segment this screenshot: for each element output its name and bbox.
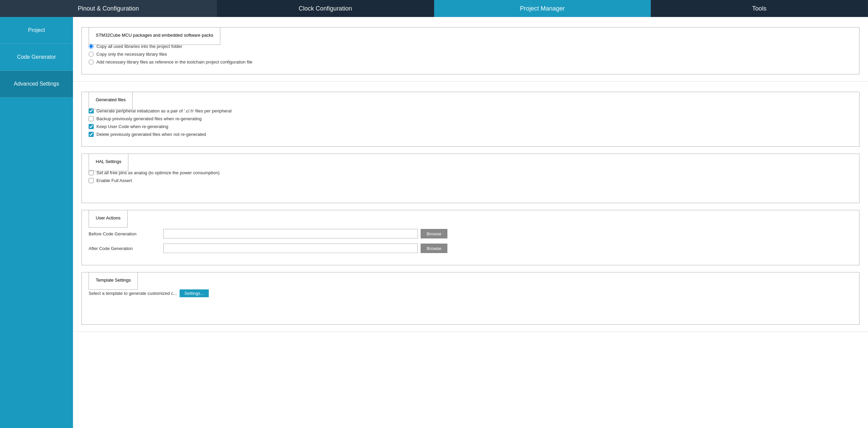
sidebar-item-advanced-settings[interactable]: Advanced Settings [0, 71, 73, 97]
after-code-generation-row: After Code Generation Browse [89, 244, 852, 253]
after-browse-button[interactable]: Browse [421, 244, 447, 253]
user-actions-legend: User Actions [89, 210, 128, 228]
after-code-generation-input[interactable] [163, 244, 418, 253]
check-keep-user-code[interactable] [89, 124, 94, 129]
template-settings-group: Template Settings Select a template to g… [81, 272, 860, 325]
before-code-generation-label: Before Code Generation [89, 231, 163, 236]
hal-settings-group: HAL Settings Set all free pins as analog… [81, 154, 860, 203]
nav-tab-project-manager[interactable]: Project Manager [434, 0, 651, 17]
option-keep-user-code: Keep User Code when re-generating [89, 124, 852, 129]
template-settings-legend: Template Settings [89, 272, 138, 290]
sidebar-item-project[interactable]: Project [0, 17, 73, 44]
template-settings-button[interactable]: Settings... [180, 289, 209, 297]
sidebar-item-code-generator[interactable]: Code Generator [0, 44, 73, 71]
before-code-generation-input[interactable] [163, 229, 418, 238]
option-backup-generated: Backup previously generated files when r… [89, 116, 852, 121]
option-enable-full-assert: Enable Full Assert [89, 178, 852, 183]
code-generator-section: Generated files Generate peripheral init… [73, 82, 868, 332]
content-area: STM32Cube MCU packages and embedded soft… [73, 17, 868, 428]
option-set-free-pins: Set all free pins as analog (to optimize… [89, 170, 852, 175]
generated-files-legend: Generated files [89, 92, 133, 109]
mcu-packages-legend: STM32Cube MCU packages and embedded soft… [89, 27, 220, 45]
option-copy-necessary: Copy only the necessary library files [89, 52, 852, 57]
option-add-as-reference: Add necessary library files as reference… [89, 59, 852, 65]
check-enable-full-assert[interactable] [89, 178, 94, 183]
after-code-generation-label: After Code Generation [89, 246, 163, 251]
before-code-generation-row: Before Code Generation Browse [89, 229, 852, 238]
project-section: STM32Cube MCU packages and embedded soft… [73, 17, 868, 82]
template-row: Select a template to generate customized… [89, 289, 852, 297]
top-navigation: Pinout & Configuration Clock Configurati… [0, 0, 868, 17]
mcu-packages-group: STM32Cube MCU packages and embedded soft… [81, 27, 860, 74]
user-actions-group: User Actions Before Code Generation Brow… [81, 210, 860, 265]
check-backup-generated[interactable] [89, 116, 94, 121]
option-generate-peripheral: Generate peripheral initialization as a … [89, 108, 852, 113]
nav-tab-pinout[interactable]: Pinout & Configuration [0, 0, 217, 17]
template-text: Select a template to generate customized… [89, 291, 177, 296]
sidebar: Project Code Generator Advanced Settings [0, 17, 73, 428]
main-layout: Project Code Generator Advanced Settings… [0, 17, 868, 428]
before-browse-button[interactable]: Browse [421, 229, 447, 238]
radio-copy-necessary[interactable] [89, 52, 94, 57]
option-delete-previously-generated: Delete previously generated files when n… [89, 132, 852, 137]
check-delete-previously-generated[interactable] [89, 132, 94, 137]
generated-files-group: Generated files Generate peripheral init… [81, 92, 860, 147]
hal-settings-legend: HAL Settings [89, 154, 128, 171]
nav-tab-clock[interactable]: Clock Configuration [217, 0, 434, 17]
nav-tab-tools[interactable]: Tools [651, 0, 868, 17]
radio-add-reference[interactable] [89, 59, 94, 65]
